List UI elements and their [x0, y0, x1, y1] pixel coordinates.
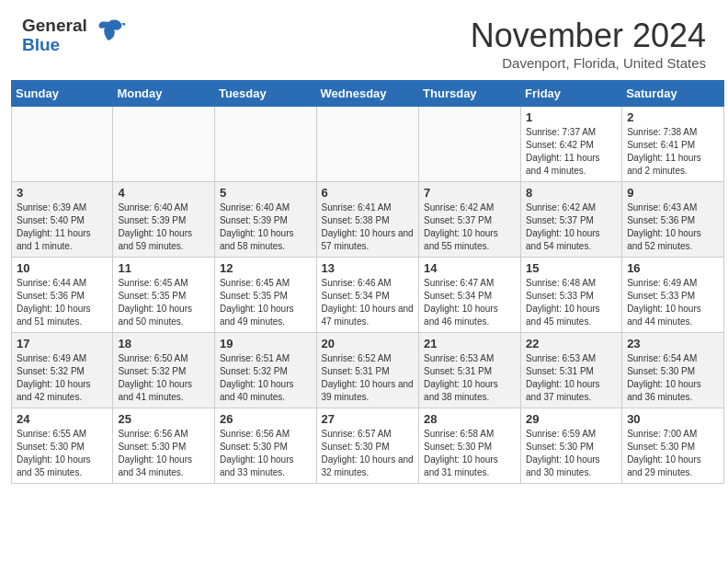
- day-number: 27: [322, 412, 415, 426]
- calendar-cell: 27Sunrise: 6:57 AM Sunset: 5:30 PM Dayli…: [316, 408, 419, 484]
- day-info: Sunrise: 6:53 AM Sunset: 5:31 PM Dayligh…: [526, 352, 617, 404]
- calendar-cell: 18Sunrise: 6:50 AM Sunset: 5:32 PM Dayli…: [113, 333, 215, 408]
- day-info: Sunrise: 6:44 AM Sunset: 5:36 PM Dayligh…: [17, 277, 108, 328]
- day-info: Sunrise: 6:52 AM Sunset: 5:31 PM Dayligh…: [322, 352, 415, 404]
- weekday-header-thursday: Thursday: [419, 81, 521, 107]
- day-number: 17: [17, 337, 108, 350]
- calendar-cell: 17Sunrise: 6:49 AM Sunset: 5:32 PM Dayli…: [12, 333, 113, 408]
- day-number: 7: [424, 186, 516, 200]
- weekday-header-row: SundayMondayTuesdayWednesdayThursdayFrid…: [12, 81, 724, 107]
- calendar-cell: 24Sunrise: 6:55 AM Sunset: 5:30 PM Dayli…: [12, 408, 113, 484]
- calendar-cell: 26Sunrise: 6:56 AM Sunset: 5:30 PM Dayli…: [214, 408, 316, 484]
- day-number: 23: [627, 337, 719, 350]
- calendar-cell: [316, 107, 419, 182]
- calendar-cell: [214, 107, 316, 182]
- day-number: 5: [220, 186, 312, 200]
- day-number: 16: [627, 261, 719, 275]
- day-number: 29: [526, 412, 617, 426]
- day-number: 21: [424, 337, 516, 350]
- day-info: Sunrise: 6:49 AM Sunset: 5:33 PM Dayligh…: [627, 277, 719, 328]
- day-info: Sunrise: 6:40 AM Sunset: 5:39 PM Dayligh…: [118, 201, 210, 253]
- calendar-cell: 19Sunrise: 6:51 AM Sunset: 5:32 PM Dayli…: [214, 333, 316, 408]
- calendar-cell: 5Sunrise: 6:40 AM Sunset: 5:39 PM Daylig…: [214, 182, 316, 258]
- weekday-header-friday: Friday: [521, 81, 622, 107]
- calendar-cell: 11Sunrise: 6:45 AM Sunset: 5:35 PM Dayli…: [113, 258, 215, 333]
- calendar-cell: 16Sunrise: 6:49 AM Sunset: 5:33 PM Dayli…: [622, 258, 724, 333]
- week-row-1: 1Sunrise: 7:37 AM Sunset: 6:42 PM Daylig…: [12, 107, 724, 182]
- day-info: Sunrise: 6:54 AM Sunset: 5:30 PM Dayligh…: [627, 352, 719, 404]
- day-number: 15: [526, 261, 617, 275]
- day-number: 25: [118, 412, 210, 426]
- day-info: Sunrise: 6:42 AM Sunset: 5:37 PM Dayligh…: [526, 201, 617, 253]
- day-info: Sunrise: 6:45 AM Sunset: 5:35 PM Dayligh…: [220, 277, 312, 328]
- day-info: Sunrise: 6:57 AM Sunset: 5:30 PM Dayligh…: [322, 428, 415, 479]
- day-number: 24: [17, 412, 108, 426]
- location: Davenport, Florida, United States: [471, 55, 706, 71]
- day-number: 10: [17, 261, 108, 275]
- week-row-3: 10Sunrise: 6:44 AM Sunset: 5:36 PM Dayli…: [12, 258, 724, 333]
- weekday-header-wednesday: Wednesday: [316, 81, 419, 107]
- calendar-cell: 25Sunrise: 6:56 AM Sunset: 5:30 PM Dayli…: [113, 408, 215, 484]
- day-info: Sunrise: 6:42 AM Sunset: 5:37 PM Dayligh…: [424, 201, 516, 253]
- title-block: November 2024 Davenport, Florida, United…: [471, 17, 706, 71]
- header: General Blue November 2024 Davenport, Fl…: [0, 0, 728, 80]
- calendar-cell: 1Sunrise: 7:37 AM Sunset: 6:42 PM Daylig…: [521, 107, 622, 182]
- calendar-cell: 9Sunrise: 6:43 AM Sunset: 5:36 PM Daylig…: [622, 182, 724, 258]
- calendar-cell: [12, 107, 113, 182]
- calendar-cell: 30Sunrise: 7:00 AM Sunset: 5:30 PM Dayli…: [622, 408, 724, 484]
- day-number: 30: [627, 412, 719, 426]
- calendar-cell: 29Sunrise: 6:59 AM Sunset: 5:30 PM Dayli…: [521, 408, 622, 484]
- calendar-cell: 10Sunrise: 6:44 AM Sunset: 5:36 PM Dayli…: [12, 258, 113, 333]
- weekday-header-sunday: Sunday: [12, 81, 113, 107]
- calendar-cell: 2Sunrise: 7:38 AM Sunset: 6:41 PM Daylig…: [622, 107, 724, 182]
- calendar-cell: 22Sunrise: 6:53 AM Sunset: 5:31 PM Dayli…: [521, 333, 622, 408]
- calendar-cell: 23Sunrise: 6:54 AM Sunset: 5:30 PM Dayli…: [622, 333, 724, 408]
- calendar-cell: 3Sunrise: 6:39 AM Sunset: 5:40 PM Daylig…: [12, 182, 113, 258]
- logo: General Blue: [22, 17, 125, 55]
- calendar-cell: 12Sunrise: 6:45 AM Sunset: 5:35 PM Dayli…: [214, 258, 316, 333]
- day-info: Sunrise: 6:51 AM Sunset: 5:32 PM Dayligh…: [220, 352, 312, 404]
- weekday-header-saturday: Saturday: [622, 81, 724, 107]
- calendar-cell: 7Sunrise: 6:42 AM Sunset: 5:37 PM Daylig…: [419, 182, 521, 258]
- day-number: 13: [322, 261, 415, 275]
- day-info: Sunrise: 6:58 AM Sunset: 5:30 PM Dayligh…: [424, 428, 516, 479]
- calendar-cell: 21Sunrise: 6:53 AM Sunset: 5:31 PM Dayli…: [419, 333, 521, 408]
- weekday-header-tuesday: Tuesday: [214, 81, 316, 107]
- logo-text-general: General: [22, 17, 87, 36]
- day-info: Sunrise: 6:49 AM Sunset: 5:32 PM Dayligh…: [17, 352, 108, 404]
- day-info: Sunrise: 6:48 AM Sunset: 5:33 PM Dayligh…: [526, 277, 617, 328]
- calendar-cell: 15Sunrise: 6:48 AM Sunset: 5:33 PM Dayli…: [521, 258, 622, 333]
- page-container: General Blue November 2024 Davenport, Fl…: [0, 0, 728, 491]
- day-number: 4: [118, 186, 210, 200]
- day-number: 28: [424, 412, 516, 426]
- day-number: 6: [322, 186, 415, 200]
- day-number: 18: [118, 337, 210, 350]
- calendar-cell: [419, 107, 521, 182]
- week-row-4: 17Sunrise: 6:49 AM Sunset: 5:32 PM Dayli…: [12, 333, 724, 408]
- day-number: 11: [118, 261, 210, 275]
- day-info: Sunrise: 7:37 AM Sunset: 6:42 PM Dayligh…: [526, 126, 617, 178]
- calendar-cell: 28Sunrise: 6:58 AM Sunset: 5:30 PM Dayli…: [419, 408, 521, 484]
- day-info: Sunrise: 6:47 AM Sunset: 5:34 PM Dayligh…: [424, 277, 516, 328]
- day-info: Sunrise: 6:43 AM Sunset: 5:36 PM Dayligh…: [627, 201, 719, 253]
- day-number: 12: [220, 261, 312, 275]
- day-info: Sunrise: 6:39 AM Sunset: 5:40 PM Dayligh…: [17, 201, 108, 253]
- day-info: Sunrise: 7:00 AM Sunset: 5:30 PM Dayligh…: [627, 428, 719, 479]
- day-number: 9: [627, 186, 719, 200]
- calendar-cell: 14Sunrise: 6:47 AM Sunset: 5:34 PM Dayli…: [419, 258, 521, 333]
- day-number: 3: [17, 186, 108, 200]
- day-info: Sunrise: 6:45 AM Sunset: 5:35 PM Dayligh…: [118, 277, 210, 328]
- day-number: 14: [424, 261, 516, 275]
- day-info: Sunrise: 7:38 AM Sunset: 6:41 PM Dayligh…: [627, 126, 719, 178]
- day-number: 26: [220, 412, 312, 426]
- day-info: Sunrise: 6:55 AM Sunset: 5:30 PM Dayligh…: [17, 428, 108, 479]
- day-info: Sunrise: 6:53 AM Sunset: 5:31 PM Dayligh…: [424, 352, 516, 404]
- weekday-header-monday: Monday: [113, 81, 215, 107]
- day-info: Sunrise: 6:56 AM Sunset: 5:30 PM Dayligh…: [118, 428, 210, 479]
- day-info: Sunrise: 6:46 AM Sunset: 5:34 PM Dayligh…: [322, 277, 415, 328]
- day-number: 22: [526, 337, 617, 350]
- day-number: 20: [322, 337, 415, 350]
- day-number: 1: [526, 110, 617, 124]
- calendar-cell: 13Sunrise: 6:46 AM Sunset: 5:34 PM Dayli…: [316, 258, 419, 333]
- calendar-wrapper: SundayMondayTuesdayWednesdayThursdayFrid…: [0, 80, 728, 491]
